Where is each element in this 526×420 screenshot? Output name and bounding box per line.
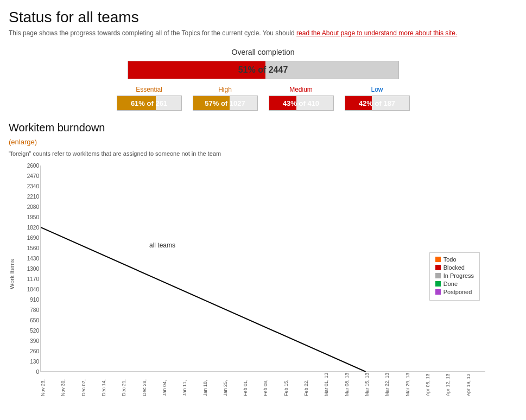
x-axis-label: Jan 04, (162, 373, 181, 396)
x-axis-label: Feb 01, (243, 373, 262, 396)
overall-title: Overall completion (9, 48, 517, 56)
chart-wrapper: Work Items 26002470234022102080195018201… (9, 166, 517, 396)
priority-item-high: High57% of 1027 (193, 86, 258, 111)
x-axis-label: Mar 08, 13 (344, 373, 364, 396)
y-tick: 1690 (27, 235, 39, 241)
x-axis-label: Feb 15, (283, 373, 303, 396)
legend-item: Blocked (435, 264, 474, 271)
legend-swatch (435, 289, 441, 295)
x-axis-label: Dec 14, (101, 373, 121, 396)
legend-item: Postponed (435, 289, 474, 295)
y-tick: 1040 (27, 287, 39, 292)
y-tick: 1820 (27, 225, 39, 231)
overall-progress-bar: 51% of 2447 (128, 61, 399, 79)
legend-item: Todo (435, 256, 474, 263)
x-axis-label: Jan 25, (223, 373, 242, 396)
y-tick: 2210 (27, 194, 39, 200)
x-axis-label: Jan 18, (202, 373, 222, 396)
x-axis-label: Jan 11, (182, 373, 201, 396)
y-axis-label: Work Items (9, 171, 15, 377)
y-tick: 260 (30, 348, 39, 354)
legend-item: In Progress (435, 272, 474, 279)
y-tick: 2080 (27, 204, 39, 210)
x-axis-label: Nov 30, (60, 373, 80, 396)
priority-bar-low: 42% of 187 (345, 96, 410, 111)
x-axis-label: Nov 23, (40, 373, 60, 396)
y-tick: 0 (36, 369, 39, 375)
x-axis-label: Dec 28, (142, 373, 161, 396)
y-tick: 650 (30, 317, 39, 323)
x-axis-label: Mar 22, 13 (384, 373, 404, 396)
priority-item-essential: Essential61% of 261 (117, 86, 182, 111)
x-axis-label: Feb 08, (263, 373, 282, 396)
legend-label: Done (443, 281, 458, 287)
y-tick: 910 (30, 297, 39, 303)
x-axis-label: Apr 12, 13 (445, 373, 465, 396)
legend-label: Todo (443, 256, 457, 263)
y-tick: 130 (30, 359, 39, 365)
page-title: Status for all teams (9, 9, 517, 26)
enlarge-link[interactable]: (enlarge) (9, 138, 37, 146)
priority-label-high: High (193, 86, 258, 93)
priority-bar-medium: 43% of 410 (269, 96, 334, 111)
legend-swatch (435, 265, 441, 270)
y-tick: 520 (30, 328, 39, 334)
y-ticks: 2600247023402210208019501820169015601430… (17, 166, 39, 372)
legend: TodoBlockedIn ProgressDonePostponed (429, 252, 480, 301)
x-axis-label: Mar 29, 13 (405, 373, 424, 396)
legend-label: Blocked (443, 264, 465, 271)
chart-container: 2600247023402210208019501820169015601430… (17, 166, 495, 396)
overall-completion-section: Overall completion 51% of 2447 Essential… (9, 48, 517, 111)
bars-row (41, 166, 485, 371)
legend-swatch (435, 273, 441, 278)
y-tick: 390 (30, 338, 39, 344)
y-tick: 1560 (27, 245, 39, 251)
legend-swatch (435, 281, 441, 287)
priority-item-low: Low42% of 187 (345, 86, 410, 111)
priority-label-essential: Essential (117, 86, 182, 93)
x-axis-label: Mar 01, 13 (324, 373, 343, 396)
legend-swatch (435, 257, 441, 262)
y-tick: 780 (30, 307, 39, 313)
priority-bar-label-medium: 43% of 410 (269, 96, 333, 110)
y-tick: 2600 (27, 163, 39, 169)
priority-label-medium: Medium (269, 86, 334, 93)
x-axis-label: Feb 22, (303, 373, 323, 396)
x-axis-label: Dec 21, (121, 373, 141, 396)
about-page-link[interactable]: read the About page to understand more a… (296, 29, 457, 37)
legend-label: Postponed (443, 289, 472, 295)
y-tick: 1170 (27, 276, 39, 282)
legend-label: In Progress (443, 272, 474, 279)
subtitle-text-before: This page shows the progress towards com… (9, 29, 296, 37)
y-tick: 1430 (27, 256, 39, 262)
priority-bar-label-low: 42% of 187 (345, 96, 409, 110)
page-subtitle: This page shows the progress towards com… (9, 29, 517, 37)
priority-bar-essential: 61% of 261 (117, 96, 182, 111)
burndown-title: Workitem burndown (9, 122, 517, 134)
y-tick: 2470 (27, 173, 39, 179)
foreign-note: "foreign" counts refer to workitems that… (9, 150, 517, 157)
priority-bar-label-high: 57% of 1027 (193, 96, 257, 110)
priority-bar-high: 57% of 1027 (193, 96, 258, 111)
x-axis-label: Apr 05, 13 (425, 373, 445, 396)
y-tick: 2340 (27, 183, 39, 189)
x-axis-label: Mar 15, 13 (364, 373, 384, 396)
chart-plot: all teams TodoBlockedIn ProgressDonePost… (40, 166, 485, 372)
priority-bars-row: Essential61% of 261High57% of 1027Medium… (9, 86, 517, 111)
x-axis-label: Dec 07, (81, 373, 100, 396)
priority-label-low: Low (345, 86, 410, 93)
priority-item-medium: Medium43% of 410 (269, 86, 334, 111)
y-tick: 1950 (27, 214, 39, 220)
y-tick: 1300 (27, 266, 39, 272)
priority-bar-label-essential: 61% of 261 (117, 96, 181, 110)
x-axis-labels: Nov 23,Nov 30,Dec 07,Dec 14,Dec 21,Dec 2… (40, 373, 485, 396)
legend-item: Done (435, 281, 474, 287)
x-axis-label: Apr 19, 13 (466, 373, 485, 396)
overall-bar-label: 51% of 2447 (128, 61, 398, 79)
